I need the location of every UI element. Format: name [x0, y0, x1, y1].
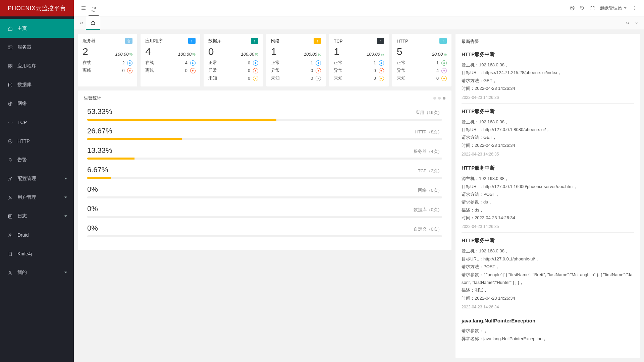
alert-item-1[interactable]: HTTP服务中断源主机：192.168.0.38，目标URL：http://12… [462, 103, 634, 160]
card-row: 正常1● [271, 60, 321, 66]
sidebar-item-label: 告警 [17, 157, 27, 163]
db-icon [8, 82, 13, 87]
card-badge: 台 [125, 38, 132, 44]
alert-item-title: HTTP服务中断 [462, 108, 634, 115]
chevron-down-icon [64, 177, 67, 180]
summary-card-5[interactable]: HTTP↑520.00%正常1●异常4●未知0● [392, 34, 451, 86]
sidebar-item-3[interactable]: 数据库 [0, 75, 74, 94]
tabs-scroll-left[interactable] [77, 19, 86, 27]
sidebar-item-1[interactable]: 服务器 [0, 38, 74, 57]
sidebar-item-label: Druid [17, 232, 29, 238]
sidebar-item-0[interactable]: 主页 [0, 19, 74, 38]
sidebar-item-6[interactable]: HTTP [0, 132, 74, 150]
card-percentage: 20.00% [432, 52, 447, 57]
alert-item-body: 源主机：192.168.0.38，目标URL：http://127.0.0.1:… [462, 175, 634, 222]
stat-item-3: 6.67%TCP（2次） [84, 166, 445, 179]
chevrons-right-icon [625, 21, 630, 25]
sidebar-item-8[interactable]: 配置管理 [0, 169, 74, 188]
sidebar-item-12[interactable]: Knife4j [0, 244, 74, 263]
carousel-dots[interactable] [433, 97, 445, 100]
home-icon-wrap [7, 26, 13, 31]
alert-item-body: 源主机：192.168.0.38，目标URL：http://127.0.0.1/… [462, 247, 634, 302]
card-percentage: 100.00% [241, 52, 258, 57]
dot-1[interactable] [433, 97, 436, 100]
stat-bar [87, 216, 442, 218]
brand-title: PHOENIX云监控平台 [0, 0, 74, 16]
sidebar-item-13[interactable]: 我的 [0, 263, 74, 282]
snow-icon-wrap [7, 232, 13, 238]
card-big-number: 0 [208, 47, 214, 57]
dot-2[interactable] [438, 97, 441, 100]
svg-point-20 [634, 6, 635, 7]
alert-stats-panel: 告警统计 53.33%应用（16次）26.67%HTTP（8次）13.33%服务… [78, 90, 451, 250]
svg-point-3 [9, 48, 9, 49]
sidebar-item-7[interactable]: 告警 [0, 150, 74, 169]
status-dot-icon: ● [190, 60, 196, 66]
alert-item-3[interactable]: HTTP服务中断源主机：192.168.0.38，目标URL：http://12… [462, 232, 634, 313]
summary-card-1[interactable]: 应用程序↑4100.00%在线4●离线0● [141, 34, 200, 86]
card-row-value: 0 [311, 68, 313, 73]
alert-stats-title: 告警统计 [84, 95, 101, 101]
stat-pct: 26.67% [87, 127, 112, 135]
status-dot-icon: ● [253, 68, 258, 73]
card-row-label: 在线 [83, 60, 91, 66]
sidebar-item-2[interactable]: 应用程序 [0, 57, 74, 75]
card-percentage: 100.00% [115, 52, 133, 57]
stat-item-4: 0%网络（0次） [84, 185, 445, 198]
sidebar-item-9[interactable]: 用户管理 [0, 188, 74, 207]
grid-icon [8, 64, 13, 69]
chevron-down-icon [64, 215, 67, 218]
caret-down-icon [624, 7, 627, 9]
doc-icon-wrap [7, 251, 13, 256]
card-row-value: 0 [248, 61, 250, 65]
summary-card-0[interactable]: 服务器台2100.00%在线2●离线0● [78, 34, 137, 86]
alert-item-4[interactable]: java.lang.NullPointerException请求参数：，异常名称… [462, 313, 634, 346]
latest-alerts-panel: 最新告警 HTTP服务中断源主机：192.168.0.38，目标URL：http… [455, 34, 640, 358]
card-row: 未知0● [334, 75, 384, 81]
sidebar-item-label: Knife4j [17, 251, 32, 256]
status-dot-icon: ● [379, 60, 384, 66]
dot-3[interactable] [443, 97, 445, 100]
user-label: 超级管理员 [600, 5, 622, 11]
chevrons-left-icon [79, 21, 84, 25]
stat-label: HTTP（8次） [415, 129, 442, 135]
summary-card-3[interactable]: 网络↑1100.00%正常1●异常0●未知0● [266, 34, 326, 86]
tabs-scroll-right[interactable] [623, 19, 632, 27]
sidebar-item-11[interactable]: Druid [0, 226, 74, 244]
stat-bar [87, 177, 442, 179]
more-button[interactable] [629, 3, 639, 13]
user-menu[interactable]: 超级管理员 [600, 5, 627, 11]
server-icon [8, 45, 13, 50]
svg-point-2 [9, 46, 9, 46]
card-percentage: 100.00% [304, 52, 321, 57]
svg-rect-4 [8, 64, 9, 65]
alert-item-2[interactable]: HTTP服务中断源主机：192.168.0.38，目标URL：http://12… [462, 160, 634, 232]
sidebar-item-label: HTTP [17, 138, 30, 144]
tab-home[interactable] [86, 16, 100, 30]
status-dot-icon: ● [253, 76, 258, 81]
card-row-value: 0 [311, 76, 313, 81]
alert-item-title: HTTP服务中断 [462, 165, 634, 171]
gear-icon-wrap [7, 176, 13, 181]
card-row-value: 0 [374, 76, 376, 81]
note-button[interactable] [577, 3, 587, 13]
sidebar-item-4[interactable]: 网络 [0, 94, 74, 113]
summary-card-4[interactable]: TCP↑1100.00%正常1●异常0●未知0● [329, 34, 388, 86]
sidebar-item-10[interactable]: 日志 [0, 207, 74, 226]
svg-point-18 [573, 8, 574, 9]
card-badge: ↑ [314, 38, 321, 44]
card-big-number: 2 [83, 47, 88, 57]
stat-bar [87, 235, 442, 237]
card-row-label: 异常 [208, 68, 217, 73]
http-icon-wrap [7, 138, 13, 144]
refresh-button[interactable] [89, 3, 99, 16]
theme-button[interactable] [567, 3, 577, 13]
alert-item-0[interactable]: HTTP服务中断源主机：192.168.0.38，目标URL：https://1… [462, 49, 634, 103]
summary-card-2[interactable]: 数据库↑0100.00%正常0●异常0●未知0● [204, 34, 263, 86]
stat-pct: 0% [87, 224, 98, 233]
fullscreen-button[interactable] [587, 3, 597, 13]
sidebar-item-5[interactable]: TCP [0, 113, 74, 132]
tabs-menu[interactable] [632, 19, 641, 27]
card-row: 正常1● [334, 60, 384, 66]
toggle-sidebar-button[interactable] [78, 3, 89, 13]
